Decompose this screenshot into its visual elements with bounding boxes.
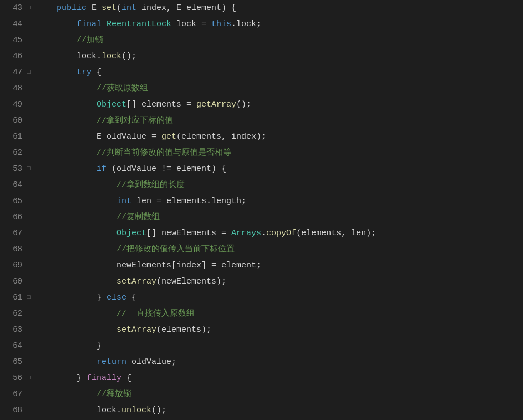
code-line: 68 //把修改的值传入当前下标位置 [0, 241, 523, 257]
code-line: 53□ if (oldValue != element) { [0, 161, 523, 177]
code-line: 48 //获取原数组 [0, 80, 523, 97]
line-number: 64 [0, 338, 27, 353]
token-plain [37, 277, 116, 286]
line-number: 62 [0, 306, 27, 321]
code-content: //释放锁 [34, 387, 523, 402]
fold-placeholder [27, 32, 33, 48]
fold-icon[interactable]: □ [27, 64, 33, 80]
code-line: 44 final ReentrantLock lock = this.lock; [0, 16, 523, 32]
fold-placeholder [27, 80, 33, 96]
code-line: 63 setArray(elements); [0, 322, 523, 338]
fold-placeholder [27, 274, 33, 289]
token-comment: // 直接传入原数组 [116, 309, 195, 318]
code-line: 69 newElements[index] = element; [0, 257, 523, 274]
fold-placeholder [27, 306, 33, 321]
line-number: 47 [0, 64, 27, 80]
token-plain [37, 3, 57, 13]
token-plain: { [92, 68, 101, 77]
code-content: lock.lock(); [34, 49, 523, 64]
code-content: //加锁 [34, 33, 523, 48]
token-method: set [101, 3, 116, 13]
fold-placeholder [27, 241, 33, 257]
line-number: 68 [0, 241, 27, 257]
line-number: 64 [0, 177, 27, 193]
token-plain: (elements); [156, 325, 211, 335]
code-line: 62 // 直接传入原数组 [0, 306, 523, 322]
token-kw: int [121, 3, 136, 13]
token-method: getArray [196, 100, 236, 109]
fold-placeholder [27, 97, 33, 112]
line-number: 65 [0, 354, 27, 370]
token-plain [37, 245, 116, 254]
fold-placeholder [27, 257, 33, 273]
code-line: 61□ } else { [0, 290, 523, 306]
token-kw: int [116, 196, 131, 206]
token-plain: ( [116, 3, 121, 13]
line-number: 44 [0, 16, 27, 32]
fold-placeholder [27, 209, 33, 225]
token-plain [37, 84, 97, 93]
code-content: E oldValue = get(elements, index); [34, 129, 523, 145]
token-plain: (); [236, 100, 251, 109]
token-plain: E [87, 3, 101, 13]
token-method: setArray [116, 277, 156, 286]
line-number: 48 [0, 80, 27, 96]
code-content: final ReentrantLock lock = this.lock; [34, 17, 523, 32]
fold-icon[interactable]: □ [27, 370, 33, 386]
token-comment: //加锁 [77, 36, 103, 45]
token-type: Object [116, 229, 146, 238]
fold-icon[interactable]: □ [27, 0, 33, 16]
fold-icon[interactable]: □ [27, 161, 33, 176]
code-line: 46 lock.lock(); [0, 48, 523, 64]
code-content: //拿到数组的长度 [34, 178, 523, 193]
code-content: // 直接传入原数组 [34, 306, 523, 322]
line-number: 60 [0, 274, 27, 289]
token-comment: //判断当前修改的值与原值是否相等 [97, 148, 231, 158]
code-line: 56□ } finally { [0, 370, 523, 386]
line-number: 61 [0, 290, 27, 305]
token-kw: if [97, 164, 106, 174]
line-number: 69 [0, 257, 27, 273]
code-line: 65 int len = elements.length; [0, 193, 523, 209]
code-line: 67 //释放锁 [0, 386, 523, 402]
line-number: 67 [0, 225, 27, 241]
token-method: setArray [116, 325, 156, 335]
line-number: 61 [0, 129, 27, 144]
token-plain [37, 309, 116, 318]
fold-placeholder [27, 386, 33, 402]
code-content: //判断当前修改的值与原值是否相等 [34, 145, 523, 161]
token-plain: [] elements = [126, 100, 196, 109]
token-plain: { [126, 293, 136, 302]
token-plain: } [37, 373, 87, 383]
code-line: 64 //拿到数组的长度 [0, 177, 523, 193]
token-kw: try [77, 68, 92, 77]
token-plain: (); [121, 52, 136, 61]
fold-placeholder [27, 402, 33, 418]
code-content: public E set(int index, E element) { [34, 1, 523, 16]
token-plain [37, 148, 97, 158]
fold-placeholder [27, 193, 33, 209]
token-type: Object [97, 100, 126, 109]
token-type: ReentrantLock [106, 19, 171, 29]
code-line: 67 Object[] newElements = Arrays.copyOf(… [0, 225, 523, 241]
code-content: } else { [34, 290, 523, 306]
fold-placeholder [27, 16, 33, 32]
token-plain [37, 229, 116, 238]
token-plain: (oldValue != element) { [106, 164, 226, 174]
token-kw-cf: finally [87, 373, 121, 383]
token-method: copyOf [266, 229, 296, 238]
token-comment: //把修改的值传入当前下标位置 [116, 245, 235, 254]
line-number: 45 [0, 32, 27, 48]
token-plain [37, 196, 116, 206]
token-plain: lock. [37, 406, 121, 415]
code-line: 49 Object[] elements = getArray(); [0, 97, 523, 113]
fold-placeholder [27, 322, 33, 337]
token-plain: index, E element) { [136, 3, 236, 13]
code-content: if (oldValue != element) { [34, 161, 523, 177]
code-content: try { [34, 65, 523, 80]
fold-icon[interactable]: □ [27, 290, 33, 305]
fold-placeholder [27, 354, 33, 370]
fold-placeholder [27, 338, 33, 353]
fold-placeholder [27, 129, 33, 144]
token-plain: oldValue; [126, 357, 176, 367]
